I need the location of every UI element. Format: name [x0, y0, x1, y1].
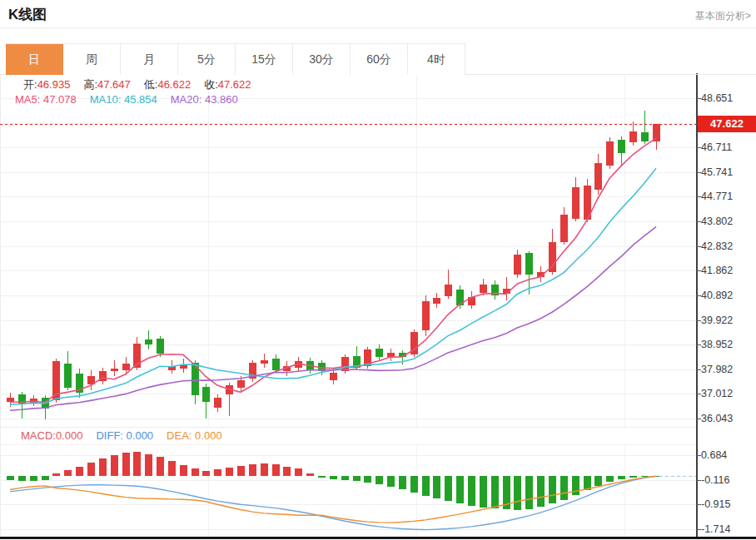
macd-histogram-bar [514, 476, 521, 510]
y-axis-label: 40.892 [701, 289, 753, 302]
macd-histogram-bar [295, 468, 302, 476]
macd-histogram-bar [525, 476, 533, 509]
candle-body [52, 361, 60, 400]
candle-body [445, 285, 452, 296]
candle-body [283, 366, 291, 371]
candle-body [594, 163, 602, 190]
candle-body [42, 398, 49, 409]
candle-body [480, 285, 487, 293]
candle-body [330, 373, 337, 380]
grid-line-h [0, 147, 696, 148]
macd-histogram-bar [572, 476, 579, 495]
grid-line-h [0, 394, 696, 394]
chart-left-border [0, 75, 1, 537]
tab-60分[interactable]: 60分 [351, 44, 408, 75]
candle-body [7, 398, 14, 402]
candle-body [191, 363, 199, 395]
grid-line-h [0, 270, 696, 271]
current-price-line [0, 124, 696, 125]
macd-histogram-bar [537, 476, 545, 507]
macd-histogram-bar [629, 476, 637, 478]
candle-body [64, 364, 72, 388]
macd-histogram-bar [145, 454, 152, 476]
y-axis-label: 41.862 [701, 264, 753, 277]
close-value: 47.622 [218, 78, 251, 91]
macd-histogram-bar [133, 452, 141, 476]
grid-line-v [416, 75, 417, 427]
tab-4时[interactable]: 4时 [408, 44, 465, 75]
tab-5分[interactable]: 5分 [178, 44, 236, 75]
grid-line-h [0, 246, 696, 247]
tab-15分[interactable]: 15分 [236, 44, 293, 75]
tab-月[interactable]: 月 [121, 44, 178, 75]
candle-body [180, 365, 187, 369]
macd-histogram-bar [491, 476, 499, 508]
macd-histogram-bar [157, 457, 164, 476]
macd-histogram-bar [503, 476, 510, 509]
high-label: 高: [83, 78, 97, 91]
candle-body [525, 253, 533, 275]
candle-body [272, 359, 280, 370]
tab-日[interactable]: 日 [6, 44, 63, 75]
candle-body [168, 366, 176, 370]
ma-info-row: MA5: 47.078MA10: 45.854MA20: 43.860 [15, 93, 238, 106]
macd-histogram-bar [387, 476, 395, 487]
grid-line-v [624, 75, 625, 427]
macd-pane-top-border [0, 444, 696, 445]
grid-line-h [0, 172, 696, 173]
macd-histogram-bar [376, 476, 383, 484]
y-axis-label: 37.012 [701, 387, 753, 400]
candle-body [202, 387, 210, 402]
candle-body [18, 394, 26, 404]
candle-body [214, 398, 221, 408]
candle-body [399, 353, 406, 357]
macd-histogram-bar [122, 453, 130, 476]
candle-body [226, 385, 233, 394]
macd-histogram-bar [214, 469, 221, 476]
chart-bottom-border [0, 537, 756, 539]
candle-body [491, 285, 499, 295]
macd-histogram-bar [42, 476, 49, 480]
y-axis-label: 46.711 [701, 141, 753, 154]
macd-histogram-bar [226, 468, 233, 476]
macd-histogram-bar [180, 465, 187, 476]
candle-body [653, 124, 660, 141]
candle-body [641, 132, 649, 141]
chart-stage[interactable]: 开:46.935高:47.647低:46.622收:47.622 MA5: 47… [0, 0, 756, 540]
macd-histogram-bar [641, 476, 649, 477]
macd-histogram-bar [480, 476, 487, 508]
y-axis-label: 38.952 [701, 338, 753, 351]
candle-body [387, 353, 395, 357]
candle-body [261, 360, 268, 364]
candle-body [341, 357, 349, 371]
candle-body [629, 131, 637, 142]
candle-body [318, 363, 326, 371]
ma5-label-value: MA5: 47.078 [15, 93, 77, 106]
y-axis-label: 48.651 [701, 92, 753, 105]
macd-histogram-bar [606, 476, 614, 482]
candle-body [237, 380, 245, 388]
candle-body [572, 187, 579, 219]
candle-body [537, 272, 545, 277]
candle-body [503, 289, 510, 294]
tab-周[interactable]: 周 [63, 44, 121, 75]
tab-30分[interactable]: 30分 [293, 44, 351, 75]
header-divider [0, 27, 756, 28]
macd-histogram-bar [283, 467, 291, 476]
low-label: 低: [144, 78, 158, 91]
grid-line-h [0, 419, 696, 419]
macd-histogram-bar [111, 455, 118, 476]
macd-grid-line-h [0, 529, 696, 530]
macd-histogram-bar [560, 476, 568, 500]
grid-line-v [208, 445, 209, 537]
fundamental-analysis-link[interactable]: 基本面分析> [695, 9, 751, 23]
interval-tabbar: 日周月5分15分30分60分4时 [6, 43, 465, 75]
dea-label-value: DEA: 0.000 [167, 429, 222, 442]
macd-histogram-bar [330, 476, 337, 479]
candle-body [76, 374, 83, 393]
candle-body [606, 141, 614, 166]
candle-body [87, 376, 95, 384]
macd-histogram-bar [99, 458, 107, 476]
page-header: K线图 基本面分析> [0, 0, 756, 27]
macd-histogram-bar [549, 476, 556, 503]
